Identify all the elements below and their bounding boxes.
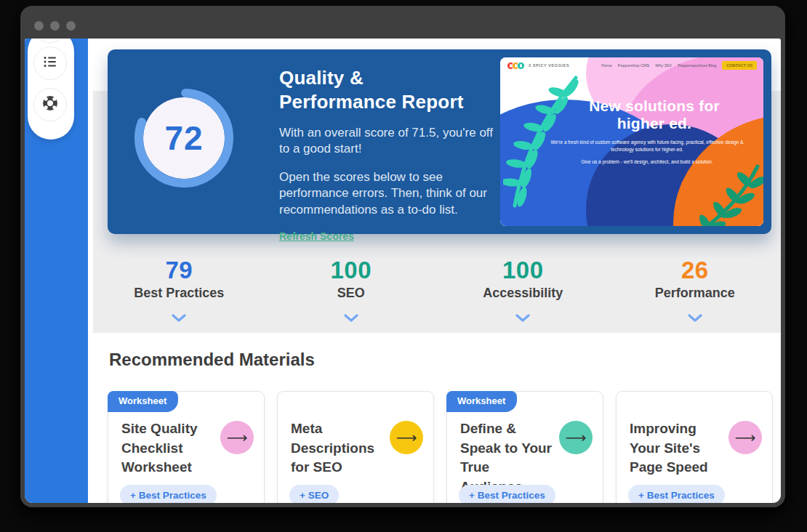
arrow-right-icon: ⟶ — [566, 429, 587, 446]
site-headline: New solutions for higher ed. — [551, 97, 758, 132]
site-logo-icon — [507, 62, 525, 70]
site-brand: 3 SPICY VEGGIES — [529, 63, 569, 68]
worksheet-badge: Worksheet — [108, 391, 178, 412]
score-label: Performance — [655, 286, 735, 301]
site-nav-cms[interactable]: Peppershop CMS — [618, 63, 649, 68]
report-summary: With an overall score of 71.5, you're of… — [279, 125, 499, 158]
material-card-site-quality[interactable]: Worksheet Site Quality Checklist Workshe… — [108, 391, 265, 503]
site-nav-home[interactable]: Home — [601, 63, 612, 68]
refresh-scores-link[interactable]: Refresh Scores — [279, 230, 354, 242]
material-card-meta-descriptions[interactable]: Meta Descriptions for SEO ⟶ + SEO — [277, 391, 434, 503]
site-subtext: We're a fresh kind of custom software ag… — [550, 139, 744, 166]
score-performance: 26 Performance — [609, 257, 782, 329]
score-label: SEO — [337, 286, 365, 301]
score-seo: 100 SEO — [265, 257, 438, 329]
crescent-decoration — [754, 217, 763, 226]
arrow-right-icon: ⟶ — [735, 429, 756, 446]
sidebar-button-scores[interactable] — [33, 47, 67, 80]
card-title: Improving Your Site's Page Speed — [630, 419, 724, 477]
score-best-practices: 79 Best Practices — [93, 257, 265, 329]
site-nav-why[interactable]: Why 3SV — [655, 63, 672, 68]
card-arrow-button[interactable]: ⟶ — [728, 421, 762, 454]
material-card-define-audience[interactable]: Worksheet Define & Speak to Your True Au… — [446, 391, 603, 503]
score-value: 100 — [502, 257, 544, 284]
overall-score-gauge: 72 — [126, 80, 242, 196]
score-label: Best Practices — [134, 286, 224, 301]
life-buoy-icon — [41, 94, 59, 115]
card-arrow-button[interactable]: ⟶ — [559, 421, 593, 454]
site-navbar: 3 SPICY VEGGIES Home Peppershop CMS Why … — [500, 57, 763, 73]
report-title: Quality & Performance Report — [279, 66, 499, 113]
category-tag[interactable]: + Best Practices — [120, 485, 217, 503]
category-tag[interactable]: + Best Practices — [628, 485, 725, 503]
report-instructions: Open the scores below to see performance… — [279, 169, 499, 218]
window-controls[interactable] — [34, 21, 76, 31]
window-dot[interactable] — [34, 21, 44, 31]
website-preview: New solutions for higher ed. We're a fre… — [500, 57, 763, 226]
score-value: 100 — [330, 257, 372, 284]
category-tag[interactable]: + Best Practices — [459, 485, 555, 503]
chevron-down-icon[interactable] — [172, 312, 186, 325]
score-value: 79 — [165, 257, 193, 284]
score-accessibility: 100 Accessibility — [437, 257, 609, 329]
sidebar-button-help[interactable] — [33, 88, 67, 121]
card-title: Site Quality Checklist Worksheet — [121, 419, 216, 477]
window-dot[interactable] — [50, 21, 60, 31]
category-scores: 79 Best Practices 100 SEO 100 Accessibil… — [93, 257, 781, 329]
card-arrow-button[interactable]: ⟶ — [220, 421, 254, 454]
window-dot[interactable] — [66, 21, 76, 31]
website-hero: New solutions for higher ed. We're a fre… — [500, 57, 763, 226]
score-label: Accessibility — [483, 286, 563, 301]
chevron-down-icon[interactable] — [515, 312, 530, 325]
materials-cards: Worksheet Site Quality Checklist Workshe… — [108, 391, 773, 503]
sidebar-button-top[interactable] — [33, 39, 67, 43]
arrow-right-icon: ⟶ — [396, 429, 417, 446]
category-tag[interactable]: + SEO — [289, 485, 339, 503]
sidebar — [25, 39, 88, 503]
overall-score-value: 72 — [126, 80, 242, 196]
page-content: 72 Quality & Performance Report With an … — [25, 39, 781, 503]
arrow-right-icon: ⟶ — [227, 429, 248, 446]
quality-report-card: 72 Quality & Performance Report With an … — [108, 49, 771, 234]
sidebar-button-pill — [28, 39, 74, 140]
material-card-page-speed[interactable]: Improving Your Site's Page Speed ⟶ + Bes… — [616, 391, 773, 503]
chevron-down-icon[interactable] — [344, 312, 358, 325]
site-contact-button[interactable]: CONTACT US — [722, 61, 757, 70]
score-value: 26 — [681, 257, 709, 284]
card-title: Meta Descriptions for SEO — [291, 419, 385, 477]
list-icon — [41, 53, 59, 73]
browser-window: 72 Quality & Performance Report With an … — [20, 6, 785, 507]
site-nav-blog[interactable]: Pepperspectives Blog — [678, 63, 716, 68]
recommended-materials-heading: Recommended Materials — [109, 350, 315, 370]
card-arrow-button[interactable]: ⟶ — [390, 421, 423, 454]
worksheet-badge: Worksheet — [446, 391, 517, 412]
chevron-down-icon[interactable] — [688, 312, 702, 325]
